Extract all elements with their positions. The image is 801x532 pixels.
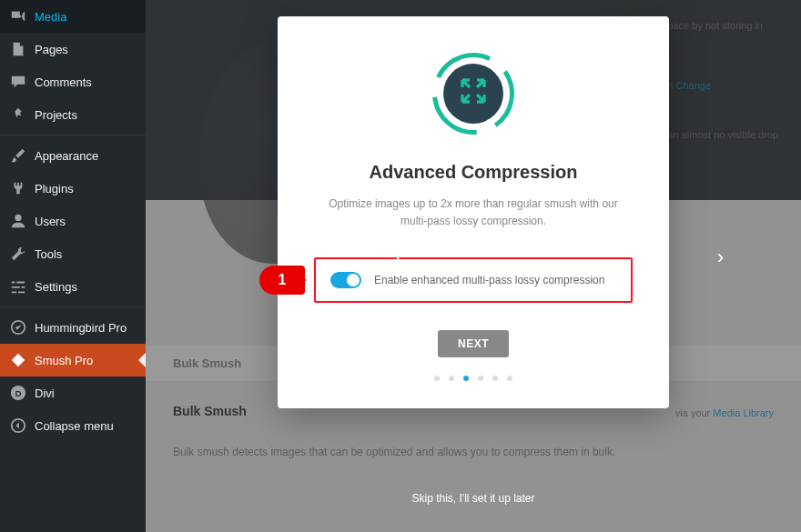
modal-title: Advanced Compression <box>314 162 633 183</box>
sidebar-item-pages[interactable]: Pages <box>0 33 146 65</box>
step-dot[interactable] <box>507 376 512 381</box>
sidebar-item-projects[interactable]: Projects <box>0 98 146 131</box>
sidebar-item-settings[interactable]: Settings <box>0 270 146 303</box>
sidebar-item-appearance[interactable]: Appearance <box>0 139 146 172</box>
sidebar-item-label: Pages <box>35 43 68 56</box>
annotation-callout: 1 <box>259 266 305 295</box>
sidebar-item-label: Collapse menu <box>35 419 114 433</box>
brush-icon <box>9 146 27 165</box>
sliders-icon <box>9 277 27 296</box>
toggle-row-lossy: Enable enhanced multi-pass lossy compres… <box>314 257 633 303</box>
sidebar-item-tools[interactable]: Tools <box>0 237 146 270</box>
step-dot-active[interactable] <box>463 376 469 381</box>
modal-overlay: ‹ › Advanced Compression Optimize images… <box>146 0 801 532</box>
callout-number: 1 <box>279 272 287 288</box>
hummingbird-icon <box>9 318 27 336</box>
sidebar-item-label: Settings <box>35 280 77 294</box>
skip-link[interactable]: Skip this, I'll set it up later <box>411 492 534 505</box>
toggle-label: Enable enhanced multi-pass lossy compres… <box>374 274 604 286</box>
carousel-prev[interactable]: ‹ <box>396 246 402 269</box>
collapse-icon <box>9 417 27 435</box>
sidebar-item-hummingbird[interactable]: Hummingbird Pro <box>0 311 146 344</box>
admin-sidebar: Media Pages Comments Projects Appearance… <box>0 0 146 532</box>
sidebar-item-label: Appearance <box>35 149 98 163</box>
svg-text:D: D <box>15 388 21 398</box>
sidebar-item-comments[interactable]: Comments <box>0 65 146 98</box>
sidebar-item-label: Media <box>35 10 66 24</box>
sidebar-item-collapse[interactable]: Collapse menu <box>0 409 146 442</box>
svg-point-0 <box>15 215 21 221</box>
toggle-switch-lossy[interactable] <box>330 272 361 288</box>
sidebar-item-media[interactable]: Media <box>0 0 146 33</box>
page-icon <box>9 40 27 58</box>
menu-separator <box>0 135 146 136</box>
step-dot[interactable] <box>492 376 498 381</box>
expand-icon <box>459 76 488 112</box>
step-dot[interactable] <box>434 376 440 381</box>
smush-icon <box>9 351 27 369</box>
divi-icon: D <box>9 384 27 402</box>
sidebar-item-label: Hummingbird Pro <box>35 321 127 335</box>
sidebar-item-label: Comments <box>35 75 92 89</box>
sidebar-item-plugins[interactable]: Plugins <box>0 172 146 205</box>
sidebar-item-label: Projects <box>35 108 77 122</box>
sidebar-item-label: Divi <box>35 386 55 400</box>
sidebar-item-users[interactable]: Users <box>0 205 146 237</box>
menu-separator <box>0 306 146 307</box>
sidebar-item-label: Users <box>35 215 66 228</box>
user-icon <box>9 212 27 230</box>
onboarding-modal: Advanced Compression Optimize images up … <box>278 16 669 408</box>
comment-icon <box>9 73 27 91</box>
pin-icon <box>9 105 27 124</box>
carousel-next[interactable]: › <box>717 246 724 269</box>
modal-hero-icon <box>432 53 514 135</box>
modal-description: Optimize images up to 2x more than regul… <box>314 196 633 230</box>
sidebar-item-label: Smush Pro <box>35 354 93 367</box>
sidebar-item-smush[interactable]: Smush Pro <box>0 344 146 376</box>
media-icon <box>9 7 27 25</box>
sidebar-item-divi[interactable]: DDivi <box>0 376 146 409</box>
step-dot[interactable] <box>449 376 454 381</box>
step-dots <box>314 376 633 381</box>
step-dot[interactable] <box>478 376 483 381</box>
plug-icon <box>9 179 27 197</box>
wrench-icon <box>9 245 27 263</box>
next-button[interactable]: NEXT <box>438 330 509 357</box>
sidebar-item-label: Tools <box>35 247 62 261</box>
sidebar-item-label: Plugins <box>35 182 74 196</box>
